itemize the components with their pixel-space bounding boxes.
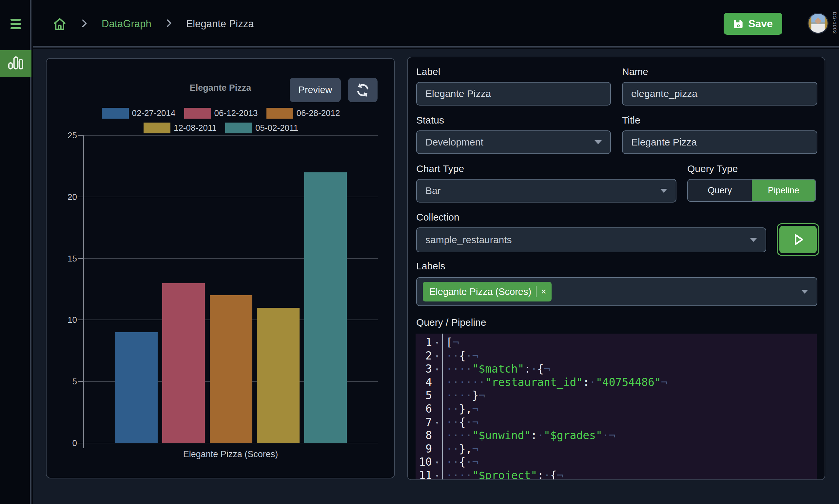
label-field-label: Label — [416, 66, 440, 77]
x-axis-label: Elegante Pizza (Scores) — [83, 449, 378, 460]
legend-item[interactable]: 06-28-2012 — [266, 108, 340, 119]
legend-item[interactable]: 02-27-2014 — [102, 108, 176, 119]
line-number: 2 — [415, 349, 432, 363]
code-text: ··{·¬ — [446, 349, 479, 363]
axis-tick — [78, 443, 83, 443]
legend-label: 02-27-2014 — [132, 108, 176, 118]
axis-end-tick — [83, 443, 84, 448]
line-number: 4 — [415, 376, 432, 389]
refresh-icon — [355, 83, 370, 98]
title-input[interactable] — [622, 130, 817, 154]
editor-line: 4······"restaurant_id":·"40754486"¬ — [415, 376, 817, 389]
label-input[interactable] — [416, 82, 611, 106]
status-select-value: Development — [425, 137, 483, 148]
labels-multiselect[interactable]: Elegante Pizza (Scores)× — [416, 277, 817, 306]
fold-toggle-icon[interactable]: ▾ — [432, 416, 442, 429]
editor-line: 8····"$unwind":·"$grades"·¬ — [415, 429, 817, 443]
code-text: ··{·¬ — [446, 455, 479, 469]
legend-label: 06-28-2012 — [297, 108, 340, 118]
label-chip[interactable]: Elegante Pizza (Scores)× — [423, 282, 552, 302]
chevron-down-icon — [750, 238, 757, 242]
chip-remove-icon[interactable]: × — [541, 287, 546, 297]
hamburger-icon — [11, 19, 21, 21]
bar-06-28-2012 — [210, 295, 252, 443]
bar-02-27-2014 — [115, 332, 158, 443]
y-tick-label: 10 — [51, 315, 77, 325]
code-text: ··},¬ — [446, 402, 479, 416]
legend-swatch — [225, 123, 252, 133]
query-type-option-pipeline[interactable]: Pipeline — [752, 180, 816, 201]
editor-line: 1▾[¬ — [415, 336, 817, 349]
bar-05-02-2011 — [304, 173, 347, 443]
editor-line: 9··},¬ — [415, 443, 817, 456]
legend-swatch — [102, 108, 129, 119]
line-number: 6 — [415, 402, 432, 416]
fold-toggle-icon[interactable]: ▾ — [432, 455, 442, 469]
legend-label: 06-12-2013 — [214, 108, 258, 118]
chart-type-select-value: Bar — [425, 185, 441, 196]
legend-item[interactable]: 05-02-2011 — [225, 123, 298, 133]
collection-field-label: Collection — [416, 212, 460, 223]
y-tick-label: 20 — [51, 192, 77, 202]
chevron-down-icon — [594, 140, 602, 144]
line-number: 1 — [415, 336, 432, 349]
line-number: 9 — [415, 443, 432, 456]
chevron-down-icon — [801, 290, 808, 294]
y-tick-label: 5 — [51, 377, 77, 387]
chart-legend: 02-27-201406-12-201306-28-201212-08-2011… — [93, 108, 349, 133]
collection-select[interactable]: sample_restaurants — [416, 228, 766, 252]
refresh-button[interactable] — [348, 78, 378, 102]
axis-tick — [78, 197, 83, 197]
labels-field-label: Labels — [416, 260, 445, 272]
axis-tick — [78, 381, 83, 382]
breadcrumb-current-page: Elegante Pizza — [186, 18, 254, 30]
query-type-field-label: Query Type — [687, 163, 738, 174]
legend-item[interactable]: 06-12-2013 — [184, 108, 258, 119]
home-icon[interactable] — [52, 17, 67, 31]
y-tick-label: 0 — [51, 438, 77, 448]
code-text: ··{·¬ — [446, 416, 479, 429]
save-floppy-icon — [733, 19, 744, 29]
hamburger-menu-button[interactable] — [0, 0, 32, 48]
chart-settings-panel: Label Name Status Development Title Char… — [407, 57, 825, 480]
run-query-button[interactable] — [777, 223, 819, 256]
status-field-label: Status — [416, 115, 444, 126]
name-field-label: Name — [622, 66, 817, 77]
collection-select-value: sample_restaurants — [425, 234, 512, 246]
user-avatar[interactable] — [807, 13, 828, 34]
query-pipeline-label: Query / Pipeline — [416, 317, 486, 328]
preview-button[interactable]: Preview — [290, 78, 341, 102]
save-button-label: Save — [748, 18, 773, 30]
code-text: ··},¬ — [446, 443, 479, 456]
label-chip-text: Elegante Pizza (Scores) — [429, 286, 531, 297]
breadcrumb-app-link[interactable]: DataGraph — [102, 18, 151, 30]
pipeline-code-editor[interactable]: 1▾[¬2▾··{·¬3▾····"$match":·{¬4······"res… — [415, 334, 817, 480]
fold-spacer — [432, 429, 442, 443]
gridline — [84, 135, 378, 136]
status-select[interactable]: Development — [416, 130, 611, 154]
chart-preview-card: Elegante Pizza Preview 02-27-201406-12-2… — [46, 58, 395, 479]
name-input[interactable] — [622, 82, 817, 106]
fold-spacer — [432, 402, 442, 416]
line-number: 5 — [415, 389, 432, 402]
query-type-option-query[interactable]: Query — [688, 180, 752, 201]
code-text: [¬ — [446, 336, 459, 349]
chart-plot-area — [83, 135, 378, 443]
fold-toggle-icon[interactable]: ▾ — [432, 349, 442, 363]
fold-toggle-icon[interactable]: ▾ — [432, 336, 442, 349]
code-text: ······"restaurant_id":·"40754486"¬ — [446, 376, 667, 389]
legend-item[interactable]: 12-08-2011 — [144, 123, 217, 133]
legend-swatch — [144, 123, 171, 133]
y-tick-label: 25 — [51, 130, 77, 141]
play-icon — [779, 226, 817, 253]
chevron-right-icon — [163, 18, 174, 30]
fold-toggle-icon[interactable]: ▾ — [432, 469, 442, 480]
line-number: 7 — [415, 416, 432, 429]
chevron-down-icon — [660, 189, 667, 193]
chart-type-select[interactable]: Bar — [416, 179, 676, 202]
line-number: 8 — [415, 429, 432, 443]
save-button[interactable]: Save — [724, 13, 782, 35]
fold-toggle-icon[interactable]: ▾ — [432, 362, 442, 376]
sidebar-item-charts[interactable] — [0, 50, 32, 77]
line-number: 11 — [415, 469, 432, 480]
